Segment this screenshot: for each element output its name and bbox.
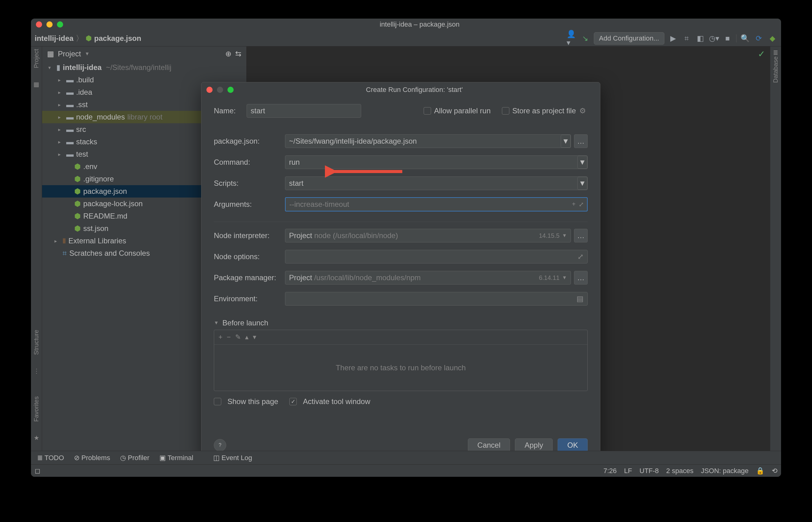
sync-status-icon[interactable]: ⟲ xyxy=(772,467,777,475)
left-gutter: Project ▦ Structure ⋮ Favorites ★ xyxy=(31,46,42,451)
folder-icon: ▬ xyxy=(66,88,74,97)
allow-parallel-checkbox[interactable] xyxy=(424,107,431,115)
run-icon[interactable]: ▶ xyxy=(668,34,678,43)
file-icon: ⬢ xyxy=(74,187,81,196)
arguments-input[interactable]: --increase-timeout +⤢ xyxy=(285,197,588,212)
cancel-button[interactable]: Cancel xyxy=(468,438,510,451)
name-input[interactable] xyxy=(247,104,361,118)
run-config-dialog: Create Run Configuration: 'start' Name: … xyxy=(201,82,600,451)
stop-icon[interactable]: ■ xyxy=(723,34,732,43)
search-icon[interactable]: 🔍 xyxy=(740,34,750,43)
tree-root[interactable]: ▾ ▮ intellij-idea ~/Sites/fwang/intellij xyxy=(42,61,246,74)
activate-tool-label[interactable]: Activate tool window xyxy=(303,397,370,406)
file-icon: ⬢ xyxy=(74,199,81,208)
line-ending[interactable]: LF xyxy=(624,467,632,475)
json-icon: ⬢ xyxy=(86,34,91,42)
folder-icon: ▬ xyxy=(66,100,74,109)
file-icon: ⬢ xyxy=(74,212,81,220)
indent-setting[interactable]: 2 spaces xyxy=(666,467,693,475)
ide-window: intellij-idea – package.json intellij-id… xyxy=(31,19,781,477)
profiler-tab[interactable]: ◷ Profiler xyxy=(120,454,149,462)
apply-button[interactable]: Apply xyxy=(515,438,553,451)
package-manager-select[interactable]: Project /usr/local/lib/node_modules/npm … xyxy=(285,271,571,284)
node-interpreter-select[interactable]: Project node (/usr/local/bin/node) 14.15… xyxy=(285,229,571,242)
store-project-label[interactable]: Store as project file xyxy=(513,106,576,115)
file-icon: ⬢ xyxy=(74,175,81,183)
scripts-select[interactable]: start ▼ xyxy=(285,177,588,190)
minimize-icon[interactable] xyxy=(46,21,53,27)
event-log-tab[interactable]: ◫ Event Log xyxy=(213,454,252,462)
profiler-icon[interactable]: ◷▾ xyxy=(709,34,719,43)
breadcrumb-project[interactable]: intellij-idea xyxy=(35,34,73,43)
activate-tool-checkbox[interactable] xyxy=(289,398,297,405)
close-icon[interactable] xyxy=(36,21,42,27)
chevron-down-icon[interactable]: ▼ xyxy=(214,320,219,326)
hammer-icon[interactable]: ↘ xyxy=(580,34,590,43)
maximize-icon[interactable] xyxy=(57,21,63,27)
sidebar-title[interactable]: Project xyxy=(58,49,81,58)
browse-button[interactable]: … xyxy=(574,271,588,284)
chevron-right-icon: ▸ xyxy=(58,152,64,157)
expand-icon[interactable]: ⇆ xyxy=(235,49,242,58)
store-project-checkbox[interactable] xyxy=(502,107,509,115)
project-tab[interactable]: Project xyxy=(33,49,40,68)
node-options-input[interactable]: ⤢ xyxy=(285,250,588,263)
environment-input[interactable]: ▤ xyxy=(285,292,588,306)
main-toolbar: intellij-idea 〉 ⬢ package.json 👤▾ ↘ Add … xyxy=(31,31,781,46)
ok-indicator-icon: ✓ xyxy=(758,49,765,59)
remove-button: − xyxy=(227,333,231,341)
show-page-checkbox[interactable] xyxy=(214,398,221,405)
window-title: intellij-idea – package.json xyxy=(63,20,776,28)
chevron-down-icon: ▼ xyxy=(562,275,567,281)
status-square-icon[interactable]: ◻ xyxy=(35,467,40,475)
browse-button[interactable]: … xyxy=(574,134,588,148)
plus-icon[interactable]: + xyxy=(572,201,576,208)
chevron-down-icon: ▼ xyxy=(578,177,587,190)
chevron-down-icon[interactable]: ▼ xyxy=(85,51,90,57)
problems-tab[interactable]: ⊘ Problems xyxy=(74,454,110,462)
syntax-mode[interactable]: JSON: package xyxy=(701,467,749,475)
coverage-icon[interactable]: ◧ xyxy=(695,34,705,43)
target-icon[interactable]: ⊕ xyxy=(225,49,231,58)
project-dropdown-icon[interactable]: ▦ xyxy=(47,49,54,58)
star-icon: ★ xyxy=(34,434,39,442)
favorites-tab[interactable]: Favorites xyxy=(33,396,40,422)
chevron-down-icon: ▾ xyxy=(48,65,54,71)
todo-tab[interactable]: ≣ TODO xyxy=(37,454,64,462)
folder-icon: ▬ xyxy=(66,113,74,121)
user-icon[interactable]: 👤▾ xyxy=(567,34,577,43)
folder-icon: ▬ xyxy=(66,138,74,146)
chevron-down-icon: ▼ xyxy=(561,135,570,148)
database-tab[interactable]: Database xyxy=(772,56,779,83)
debug-icon[interactable]: ⌗ xyxy=(682,34,692,43)
sync-icon[interactable]: ⟳ xyxy=(754,34,764,43)
browse-button[interactable]: … xyxy=(574,229,588,242)
expand-icon[interactable]: ⤢ xyxy=(578,252,584,261)
breadcrumb-file[interactable]: package.json xyxy=(94,34,141,43)
add-configuration-button[interactable]: Add Configuration... xyxy=(594,32,664,45)
close-icon[interactable] xyxy=(206,87,213,93)
database-icon[interactable]: ≣ xyxy=(773,49,778,56)
packagejson-select[interactable]: ~/Sites/fwang/intellij-idea/package.json… xyxy=(285,134,571,148)
maximize-icon[interactable] xyxy=(227,87,234,93)
chevron-right-icon: ▸ xyxy=(55,238,60,244)
show-page-label[interactable]: Show this page xyxy=(227,397,278,406)
command-select[interactable]: run ▼ xyxy=(285,156,588,169)
folder-icon: ▬ xyxy=(66,76,74,84)
add-button[interactable]: + xyxy=(218,333,223,341)
allow-parallel-label[interactable]: Allow parallel run xyxy=(434,106,491,115)
ok-button[interactable]: OK xyxy=(558,438,588,451)
gear-icon[interactable]: ⚙ xyxy=(578,106,588,116)
help-button[interactable]: ? xyxy=(214,439,226,451)
encoding[interactable]: UTF-8 xyxy=(640,467,659,475)
cursor-position[interactable]: 7:26 xyxy=(603,467,617,475)
chevron-right-icon: ▸ xyxy=(58,127,64,133)
lock-icon[interactable]: 🔒 xyxy=(756,467,764,475)
structure-tab[interactable]: Structure xyxy=(33,330,40,355)
node-interpreter-label: Node interpreter: xyxy=(214,231,285,240)
terminal-tab[interactable]: ▣ Terminal xyxy=(159,454,193,462)
up-button: ▴ xyxy=(245,333,249,341)
list-icon[interactable]: ▤ xyxy=(577,295,584,303)
expand-icon[interactable]: ⤢ xyxy=(579,201,584,208)
ide-icon[interactable]: ◆ xyxy=(767,34,777,43)
